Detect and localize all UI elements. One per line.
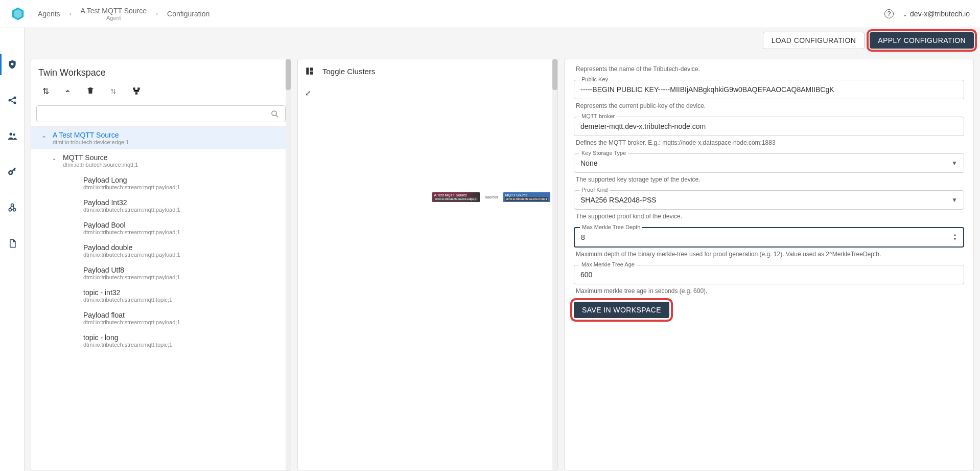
load-configuration-button[interactable]: LOAD CONFIGURATION (763, 32, 865, 49)
tree-source-title: MQTT Source (63, 153, 138, 162)
swap-icon[interactable]: ↑↓ (110, 86, 116, 98)
crumb-agent-item[interactable]: A Test MQTT Source Agent (81, 7, 147, 21)
tree-item-title: Payload double (83, 243, 180, 252)
tree-item-title: topic - long (83, 333, 172, 342)
graph-node-source[interactable]: MQTT Source dtmi:io:tributech:source:mqt… (503, 192, 550, 202)
chevron-down-icon[interactable]: ⌄ (52, 154, 58, 162)
graph-icon[interactable] (132, 86, 141, 98)
save-in-workspace-button[interactable]: SAVE IN WORKSPACE (574, 302, 669, 318)
max-merkle-age-help: Maximum merkle tree age in seconds (e.g.… (576, 287, 962, 295)
webhook-icon[interactable] (7, 202, 18, 213)
chevron-right-icon: › (69, 10, 72, 17)
svg-rect-12 (135, 92, 138, 95)
mqtt-broker-help: Defines the MQTT broker. E.g.: mqtts://n… (576, 139, 962, 146)
mqtt-broker-input[interactable] (580, 122, 958, 130)
tree-item[interactable]: Payload doubledtmi:io:tributech:stream:m… (31, 239, 291, 262)
svg-rect-14 (306, 68, 309, 75)
max-merkle-age-label: Max Merkle Tree Age (579, 261, 637, 267)
key-storage-type-help: The supported key storage type of the de… (576, 176, 962, 183)
crumb-agents[interactable]: Agents (38, 10, 60, 18)
key-icon[interactable] (7, 166, 18, 177)
share-icon[interactable] (7, 95, 18, 106)
chevron-right-icon: › (156, 10, 158, 17)
shield-icon[interactable] (7, 59, 18, 70)
twin-tree: ⌄ A Test MQTT Source dtmi:io:tributech:d… (31, 126, 291, 470)
tree-item-title: topic - int32 (83, 288, 172, 297)
cluster-graph[interactable]: A Test MQTT Source dtmi:io:tributech:dev… (432, 192, 550, 202)
public-key-label: Public Key (579, 76, 610, 82)
tree-item-title: Payload Utf8 (83, 266, 180, 274)
tree-item-sub: dtmi:io:tributech:stream:mqtt:payload;1 (83, 319, 180, 325)
tree-source-sub: dtmi:io:tributech:source:mqtt;1 (63, 162, 138, 168)
tree-item-sub: dtmi:io:tributech:stream:mqtt:topic;1 (83, 342, 172, 348)
max-merkle-age-input[interactable] (580, 271, 958, 279)
apply-configuration-button[interactable]: APPLY CONFIGURATION (870, 32, 974, 49)
cluster-scrollbar[interactable] (552, 59, 557, 470)
crumb-agent-sub: Agent (81, 15, 147, 21)
tree-item[interactable]: topic - int32dtmi:io:tributech:stream:mq… (31, 284, 291, 307)
toggle-clusters-header[interactable]: Toggle Clusters (305, 66, 550, 76)
toggle-clusters-label: Toggle Clusters (322, 67, 375, 76)
chevron-down-icon[interactable]: ⌄ (41, 132, 48, 139)
graph-node-device[interactable]: A Test MQTT Source dtmi:io:tributech:dev… (432, 192, 480, 202)
max-merkle-depth-field[interactable]: Max Merkle Tree Depth ▲▼ (574, 227, 964, 248)
max-merkle-depth-input[interactable] (581, 233, 953, 241)
public-key-field[interactable]: Public Key (574, 80, 964, 99)
number-stepper[interactable]: ▲▼ (953, 233, 957, 241)
max-merkle-depth-label: Max Merkle Tree Depth (580, 224, 642, 230)
tree-source[interactable]: ⌄ MQTT Source dtmi:io:tributech:source:m… (31, 149, 291, 172)
public-key-help: Represents the current public-key of the… (576, 102, 962, 109)
action-bar: LOAD CONFIGURATION APPLY CONFIGURATION (25, 28, 980, 53)
users-icon[interactable] (7, 130, 18, 142)
document-icon[interactable] (7, 238, 18, 249)
key-storage-type-label: Key Storage Type (579, 150, 628, 156)
tree-item[interactable]: Payload Longdtmi:io:tributech:stream:mqt… (31, 172, 291, 194)
tree-item[interactable]: Payload floatdtmi:io:tributech:stream:mq… (31, 307, 291, 329)
chevron-down-icon: ▼ (951, 196, 958, 204)
graph-node-device-sub: dtmi:io:tributech:device:edge;1 (434, 197, 478, 201)
collapse-icon[interactable]: ⌄⌃ (64, 86, 71, 98)
tree-scrollbar[interactable] (286, 59, 291, 470)
proof-kind-select[interactable]: Proof Kind SHA256 RSA2048-PSS ▼ (574, 190, 964, 210)
user-menu[interactable]: ⌄dev-x@tributech.io (903, 10, 970, 18)
crumb-agent-title: A Test MQTT Source (81, 7, 147, 15)
public-key-input[interactable] (580, 85, 958, 94)
svg-rect-16 (310, 72, 313, 75)
max-merkle-age-field[interactable]: Max Merkle Tree Age (574, 265, 964, 284)
tree-item[interactable]: Payload Utf8dtmi:io:tributech:stream:mqt… (31, 262, 291, 284)
proof-kind-label: Proof Kind (579, 187, 610, 193)
svg-rect-11 (137, 87, 140, 90)
search-icon[interactable] (270, 109, 279, 119)
max-merkle-depth-help: Maximum depth of the binary merkle-tree … (576, 251, 962, 258)
graph-edge-label: Sources (485, 195, 498, 199)
fullscreen-icon[interactable]: ⤢ (305, 89, 550, 97)
tree-item[interactable]: topic - longdtmi:io:tributech:stream:mqt… (31, 329, 291, 352)
top-bar: Agents › A Test MQTT Source Agent › Conf… (0, 0, 980, 28)
trash-icon[interactable] (86, 86, 95, 98)
twin-workspace-panel: Twin Workspace ⇅ ⌄⌃ ↑↓ (31, 59, 291, 471)
tree-item-title: Payload Int32 (83, 198, 180, 207)
tree-item-title: Payload Bool (83, 221, 180, 229)
tree-item-title: Payload Long (83, 176, 180, 184)
mqtt-broker-field[interactable]: MQTT broker (574, 117, 964, 136)
graph-node-source-sub: dtmi:io:tributech:source:mqtt;1 (505, 197, 548, 201)
tree-item[interactable]: Payload Booldtmi:io:tributech:stream:mqt… (31, 217, 291, 239)
topbar-right: ? ⌄dev-x@tributech.io (884, 9, 970, 18)
cluster-panel: Toggle Clusters ⤢ A Test MQTT Source dtm… (297, 59, 558, 471)
expand-collapse-icon[interactable]: ⇅ (42, 86, 49, 98)
config-form-panel: Represents the name of the Tributech-dev… (564, 59, 974, 471)
help-icon[interactable]: ? (884, 9, 894, 18)
user-email: dev-x@tributech.io (910, 10, 970, 18)
tree-root[interactable]: ⌄ A Test MQTT Source dtmi:io:tributech:d… (31, 127, 291, 149)
breadcrumb: Agents › A Test MQTT Source Agent › Conf… (38, 7, 884, 21)
name-help: Represents the name of the Tributech-dev… (576, 65, 962, 73)
tree-item-sub: dtmi:io:tributech:stream:mqtt:payload;1 (83, 229, 180, 235)
tree-search-input[interactable] (36, 105, 286, 122)
svg-point-0 (11, 63, 13, 65)
side-nav (0, 28, 25, 471)
tree-item[interactable]: Payload Int32dtmi:io:tributech:stream:mq… (31, 194, 291, 217)
tree-root-title: A Test MQTT Source (53, 131, 129, 139)
key-storage-type-select[interactable]: Key Storage Type None ▼ (574, 153, 964, 173)
key-storage-type-value: None (580, 159, 951, 167)
svg-rect-10 (133, 87, 135, 90)
